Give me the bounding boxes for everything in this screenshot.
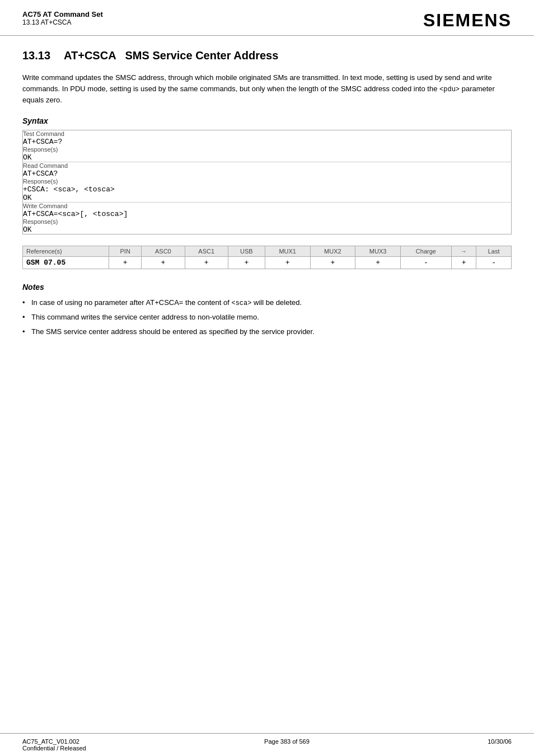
read-command-cell: Read Command AT+CSCA? Response(s) +CSCA:… [23,162,512,203]
ref-val-last: - [476,257,512,269]
footer-date: 10/30/06 [488,738,512,752]
note-1-code: <sca> [231,299,251,307]
ref-val-asc0: + [142,257,185,269]
write-response-ok: OK [23,226,511,234]
ref-val-mux3: + [355,257,401,269]
ref-col-reference: Reference(s) [23,246,109,257]
ref-val-mux1: + [265,257,310,269]
ref-col-arrow: → [451,246,476,257]
description-text: Write command updates the SMSC address, … [22,73,492,93]
page-header: AC75 AT Command Set 13.13 AT+CSCA SIEMEN… [0,0,534,36]
ref-col-asc0: ASC0 [142,246,185,257]
syntax-heading: Syntax [22,116,512,125]
test-response-label: Response(s) [23,146,511,153]
header-left: AC75 AT Command Set 13.13 AT+CSCA [22,10,103,26]
ref-col-usb: USB [228,246,265,257]
ref-gsm: GSM 07.05 [23,257,109,269]
footer-doc-id: AC75_ATC_V01.002 [22,738,86,745]
note-item-1: In case of using no parameter after AT+C… [22,297,512,308]
write-command-cell: Write Command AT+CSCA=<sca>[, <tosca>] R… [23,203,512,234]
write-command-label: Write Command [23,203,511,209]
footer-confidential: Confidential / Released [22,745,86,752]
ref-col-charge: Charge [400,246,451,257]
ref-header-row: Reference(s) PIN ASC0 ASC1 USB MUX1 MUX2… [23,246,512,257]
note-item-3: The SMS service center address should be… [22,326,512,337]
write-command-code: AT+CSCA=<sca>[, <tosca>] [23,210,511,218]
ref-data-row: GSM 07.05 + + + + + + + - + - [23,257,512,269]
section-description: Write command updates the SMSC address, … [22,72,512,105]
ref-col-mux1: MUX1 [265,246,310,257]
note-item-2: This command writes the service center a… [22,312,512,323]
read-response-ok: OK [23,194,511,202]
test-response-ok: OK [23,153,511,162]
section-heading: 13.13AT+CSCA SMS Service Center Address [22,49,512,62]
section-number: 13.13 [22,49,50,62]
read-command-row: Read Command AT+CSCA? Response(s) +CSCA:… [23,162,512,203]
write-response-label: Response(s) [23,218,511,225]
ref-val-charge: - [400,257,451,269]
section-title: AT+CSCA [64,49,116,62]
ref-val-pin: + [109,257,142,269]
main-content: 13.13AT+CSCA SMS Service Center Address … [0,36,534,733]
siemens-logo: SIEMENS [423,10,512,31]
ref-val-mux2: + [310,257,355,269]
ref-val-arrow: + [451,257,476,269]
section-subtitle: SMS Service Center Address [125,49,279,62]
note-2-text: This command writes the service center a… [31,313,259,321]
doc-title: AC75 AT Command Set [22,10,103,18]
test-command-row: Test Command AT+CSCA=? Response(s) OK [23,130,512,162]
read-command-code: AT+CSCA? [23,170,511,178]
ref-col-last: Last [476,246,512,257]
syntax-table: Test Command AT+CSCA=? Response(s) OK Re… [22,130,512,234]
ref-val-asc1: + [185,257,228,269]
pdu-code: <pdu> [439,86,460,93]
test-command-label: Test Command [23,130,511,137]
note-1-text: In case of using no parameter after AT+C… [31,298,302,307]
ref-val-usb: + [228,257,265,269]
page-footer: AC75_ATC_V01.002 Confidential / Released… [0,733,534,756]
test-command-cell: Test Command AT+CSCA=? Response(s) OK [23,130,512,162]
read-response-label: Response(s) [23,178,511,185]
page: AC75 AT Command Set 13.13 AT+CSCA SIEMEN… [0,0,534,756]
ref-col-mux2: MUX2 [310,246,355,257]
ref-col-asc1: ASC1 [185,246,228,257]
reference-table: Reference(s) PIN ASC0 ASC1 USB MUX1 MUX2… [22,246,512,269]
notes-heading: Notes [22,283,512,292]
read-response-code: +CSCA: <sca>, <tosca> [23,185,511,194]
write-command-row: Write Command AT+CSCA=<sca>[, <tosca>] R… [23,203,512,234]
ref-col-mux3: MUX3 [355,246,401,257]
footer-page: Page 383 of 569 [264,738,310,752]
test-command-code: AT+CSCA=? [23,138,511,146]
notes-list: In case of using no parameter after AT+C… [22,297,512,337]
ref-col-pin: PIN [109,246,142,257]
doc-subtitle: 13.13 AT+CSCA [22,18,103,26]
footer-left: AC75_ATC_V01.002 Confidential / Released [22,738,86,752]
note-3-text: The SMS service center address should be… [31,327,315,336]
read-command-label: Read Command [23,162,511,169]
